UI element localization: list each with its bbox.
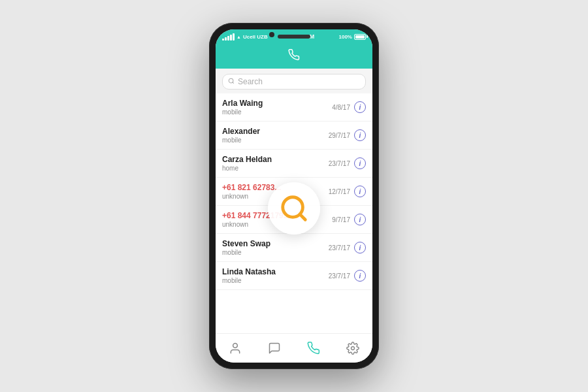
contact-list: Arla Waing mobile 4/8/17 i Alexander mob…: [216, 93, 372, 333]
search-bar-container: Search: [216, 69, 372, 93]
contact-info: Steven Swap mobile: [222, 239, 329, 256]
svg-point-0: [229, 78, 233, 83]
nav-item-contacts[interactable]: [229, 342, 242, 355]
contact-name: Linda Natasha: [222, 267, 329, 276]
phone-screen: ▲ Ucell UZB 9:41 AM 100%: [216, 29, 372, 363]
svg-line-3: [300, 214, 305, 219]
info-button[interactable]: i: [354, 270, 366, 282]
status-right: 100%: [339, 34, 366, 40]
magnifier-overlay: [268, 182, 320, 235]
contact-type: mobile: [222, 137, 329, 144]
nav-item-calls[interactable]: [307, 342, 320, 355]
bottom-nav: [216, 333, 372, 363]
contact-item-arla-waing[interactable]: Arla Waing mobile 4/8/17 i: [216, 93, 372, 122]
contact-date: 4/8/17: [332, 104, 350, 111]
phone-device: ▲ Ucell UZB 9:41 AM 100%: [209, 23, 379, 369]
search-icon: [228, 78, 235, 86]
header-phone-icon: [288, 49, 300, 63]
info-button[interactable]: i: [354, 101, 366, 113]
contact-name: Arla Waing: [222, 99, 332, 108]
info-button[interactable]: i: [354, 129, 366, 141]
info-button[interactable]: i: [354, 214, 366, 225]
signal-icon: [222, 33, 235, 41]
contact-type: home: [222, 165, 329, 172]
contact-info: Alexander mobile: [222, 127, 329, 144]
battery-label: 100%: [339, 34, 352, 40]
contact-info: Arla Waing mobile: [222, 99, 332, 116]
svg-point-4: [233, 344, 238, 348]
gear-icon: [346, 342, 359, 355]
magnifier-icon: [279, 193, 309, 223]
phone-speaker: [278, 35, 310, 39]
wifi-icon: ▲: [237, 35, 241, 39]
contact-info: Linda Natasha mobile: [222, 267, 329, 284]
info-button[interactable]: i: [354, 186, 366, 197]
battery-icon: [354, 34, 366, 40]
contact-date: 23/7/17: [329, 244, 350, 252]
contact-item-steven-swap[interactable]: Steven Swap mobile 23/7/17 i: [216, 234, 372, 262]
contact-type: mobile: [222, 249, 329, 256]
svg-line-1: [233, 82, 234, 84]
contact-name: Carza Heldan: [222, 155, 329, 164]
carrier-label: Ucell UZB: [243, 34, 268, 40]
calls-icon: [307, 342, 320, 355]
contact-info: Carza Heldan home: [222, 155, 329, 172]
contact-name: Steven Swap: [222, 239, 329, 248]
contact-type: mobile: [222, 108, 332, 116]
status-left: ▲ Ucell UZB: [222, 33, 268, 41]
svg-point-5: [351, 347, 355, 350]
search-input-wrap[interactable]: Search: [222, 74, 366, 90]
nav-item-settings[interactable]: [346, 342, 359, 355]
contact-date: 9/7/17: [332, 216, 350, 223]
app-header: [216, 44, 372, 69]
contact-date: 23/7/17: [329, 272, 350, 280]
contact-date: 12/7/17: [329, 188, 350, 195]
contact-item-linda-natasha[interactable]: Linda Natasha mobile 23/7/17 i: [216, 262, 372, 290]
contact-item-carza-heldan[interactable]: Carza Heldan home 23/7/17 i: [216, 150, 372, 178]
contact-type: mobile: [222, 277, 329, 284]
person-icon: [229, 342, 242, 355]
nav-item-messages[interactable]: [268, 342, 281, 355]
contact-date: 23/7/17: [329, 160, 350, 167]
phone-camera: [269, 32, 274, 37]
info-button[interactable]: i: [354, 157, 366, 169]
contact-date: 29/7/17: [329, 132, 350, 139]
search-placeholder-text: Search: [238, 77, 263, 86]
contact-item-alexander[interactable]: Alexander mobile 29/7/17 i: [216, 122, 372, 150]
contact-name: Alexander: [222, 127, 329, 136]
info-button[interactable]: i: [354, 242, 366, 253]
chat-icon: [268, 342, 281, 355]
